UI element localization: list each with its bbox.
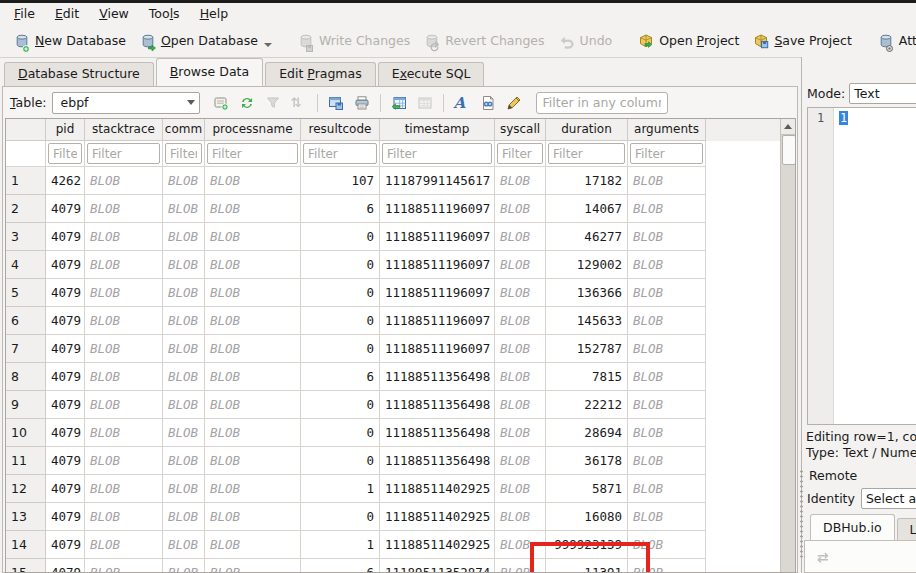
- cell-timestamp[interactable]: 11188511196097: [380, 223, 495, 251]
- cell-duration[interactable]: 129002: [546, 251, 628, 279]
- cell-processname[interactable]: BLOB: [205, 531, 301, 559]
- cell-arguments[interactable]: BLOB: [628, 559, 706, 573]
- tab-execute-sql[interactable]: Execute SQL: [378, 62, 485, 86]
- menu-view[interactable]: View: [89, 4, 139, 23]
- column-header-syscall[interactable]: syscall: [495, 119, 546, 141]
- cell-resultcode[interactable]: 0: [301, 251, 380, 279]
- tab-edit-pragmas[interactable]: Edit Pragmas: [265, 62, 376, 86]
- cell-pid[interactable]: 4079: [46, 279, 85, 307]
- cell-resultcode[interactable]: 0: [301, 503, 380, 531]
- cell-arguments[interactable]: BLOB: [628, 251, 706, 279]
- tab-browse-data[interactable]: Browse Data: [156, 58, 263, 86]
- cell-comm[interactable]: BLOB: [163, 363, 205, 391]
- row-number[interactable]: 13: [6, 503, 46, 531]
- filter-input-duration[interactable]: [548, 143, 625, 164]
- menu-help[interactable]: Help: [190, 4, 239, 23]
- refresh-button[interactable]: [235, 92, 259, 114]
- filter-input-arguments[interactable]: [630, 143, 703, 164]
- cell-timestamp[interactable]: 11188511356498: [380, 363, 495, 391]
- cell-stacktrace[interactable]: BLOB: [85, 335, 163, 363]
- menu-file[interactable]: File: [4, 4, 45, 23]
- column-header-processname[interactable]: processname: [205, 119, 301, 141]
- row-number[interactable]: 2: [6, 195, 46, 223]
- row-number[interactable]: 5: [6, 279, 46, 307]
- cell-processname[interactable]: BLOB: [205, 475, 301, 503]
- cell-processname[interactable]: BLOB: [205, 503, 301, 531]
- cell-syscall[interactable]: BLOB: [495, 419, 546, 447]
- cell-pid[interactable]: 4079: [46, 447, 85, 475]
- tab-database-structure[interactable]: Database Structure: [4, 62, 154, 86]
- cell-pid[interactable]: 4079: [46, 307, 85, 335]
- scrollbar-thumb[interactable]: [782, 135, 796, 165]
- cell-stacktrace[interactable]: BLOB: [85, 559, 163, 573]
- cell-pid[interactable]: 4262: [46, 167, 85, 195]
- cell-stacktrace[interactable]: BLOB: [85, 447, 163, 475]
- cell-processname[interactable]: BLOB: [205, 307, 301, 335]
- cell-processname[interactable]: BLOB: [205, 195, 301, 223]
- cell-pid[interactable]: 4079: [46, 475, 85, 503]
- cell-arguments[interactable]: BLOB: [628, 307, 706, 335]
- menu-tools[interactable]: Tools: [139, 4, 190, 23]
- cell-duration[interactable]: 22212: [546, 391, 628, 419]
- cell-comm[interactable]: BLOB: [163, 279, 205, 307]
- cell-syscall[interactable]: BLOB: [495, 363, 546, 391]
- cell-resultcode[interactable]: 0: [301, 223, 380, 251]
- cell-syscall[interactable]: BLOB: [495, 251, 546, 279]
- cell-duration[interactable]: 28694: [546, 419, 628, 447]
- row-number[interactable]: 11: [6, 447, 46, 475]
- cell-arguments[interactable]: BLOB: [628, 167, 706, 195]
- save-project-button[interactable]: Save Project: [746, 29, 858, 53]
- cell-timestamp[interactable]: 11187991145617: [380, 167, 495, 195]
- menu-edit[interactable]: Edit: [45, 4, 89, 23]
- cell-syscall[interactable]: BLOB: [495, 447, 546, 475]
- row-number[interactable]: 8: [6, 363, 46, 391]
- column-header-pid[interactable]: pid: [46, 119, 85, 141]
- cell-resultcode[interactable]: 107: [301, 167, 380, 195]
- cell-stacktrace[interactable]: BLOB: [85, 279, 163, 307]
- cell-resultcode[interactable]: 0: [301, 419, 380, 447]
- attach-database-button[interactable]: Attach Database: [871, 29, 916, 53]
- cell-timestamp[interactable]: 11188511402925: [380, 531, 495, 559]
- cell-timestamp[interactable]: 11188511196097: [380, 195, 495, 223]
- table-selector[interactable]: ebpf: [52, 92, 200, 114]
- column-header-timestamp[interactable]: timestamp: [380, 119, 495, 141]
- row-number[interactable]: 1: [6, 167, 46, 195]
- cell-comm[interactable]: BLOB: [163, 531, 205, 559]
- grid-corner[interactable]: [6, 119, 46, 141]
- cell-comm[interactable]: BLOB: [163, 447, 205, 475]
- font-button[interactable]: A: [450, 92, 474, 114]
- print-button[interactable]: [350, 92, 374, 114]
- filter-input-resultcode[interactable]: [303, 143, 377, 164]
- new-database-button[interactable]: New Database: [7, 29, 133, 53]
- cell-arguments[interactable]: BLOB: [628, 195, 706, 223]
- cell-comm[interactable]: BLOB: [163, 391, 205, 419]
- cell-comm[interactable]: BLOB: [163, 335, 205, 363]
- cell-stacktrace[interactable]: BLOB: [85, 475, 163, 503]
- cell-timestamp[interactable]: 11188511356498: [380, 419, 495, 447]
- cell-syscall[interactable]: BLOB: [495, 531, 546, 559]
- remote-tab-dbhub-io[interactable]: DBHub.io: [810, 514, 895, 540]
- cell-resultcode[interactable]: 0: [301, 391, 380, 419]
- cell-stacktrace[interactable]: BLOB: [85, 251, 163, 279]
- open-database-button[interactable]: Open Database: [133, 29, 279, 53]
- cell-timestamp[interactable]: 11188511196097: [380, 307, 495, 335]
- find-in-table-button[interactable]: [476, 92, 500, 114]
- cell-processname[interactable]: BLOB: [205, 279, 301, 307]
- dropdown-arrow-icon[interactable]: [264, 43, 272, 47]
- cell-resultcode[interactable]: 6: [301, 195, 380, 223]
- cell-comm[interactable]: BLOB: [163, 223, 205, 251]
- cell-arguments[interactable]: BLOB: [628, 223, 706, 251]
- identity-selector[interactable]: Select an identity: [861, 488, 916, 509]
- row-number[interactable]: 9: [6, 391, 46, 419]
- cell-syscall[interactable]: BLOB: [495, 223, 546, 251]
- cell-duration[interactable]: 152787: [546, 335, 628, 363]
- row-number[interactable]: 10: [6, 419, 46, 447]
- cell-comm[interactable]: BLOB: [163, 475, 205, 503]
- column-header-stacktrace[interactable]: stacktrace: [85, 119, 163, 141]
- cell-duration[interactable]: 136366: [546, 279, 628, 307]
- cell-comm[interactable]: BLOB: [163, 419, 205, 447]
- row-number[interactable]: 15: [6, 559, 46, 573]
- cell-pid[interactable]: 4079: [46, 503, 85, 531]
- remote-tab-local[interactable]: Local: [897, 518, 916, 540]
- cell-arguments[interactable]: BLOB: [628, 279, 706, 307]
